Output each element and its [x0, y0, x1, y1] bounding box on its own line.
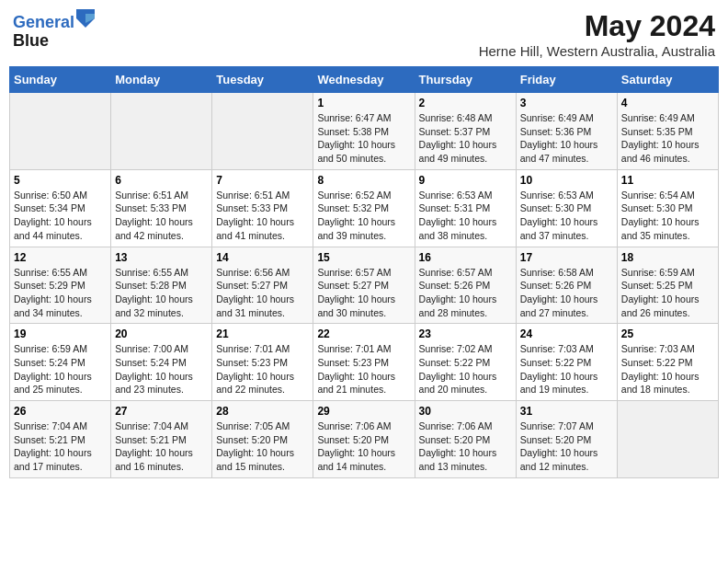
weekday-header-cell: Saturday	[617, 67, 718, 93]
day-info: Sunrise: 6:59 AM Sunset: 5:24 PM Dayligh…	[14, 342, 107, 396]
calendar-cell: 10 Sunrise: 6:53 AM Sunset: 5:30 PM Dayl…	[516, 169, 617, 247]
day-info: Sunrise: 7:06 AM Sunset: 5:20 PM Dayligh…	[317, 419, 410, 474]
day-number: 17	[520, 251, 613, 264]
day-info: Sunrise: 6:57 AM Sunset: 5:26 PM Dayligh…	[419, 266, 512, 320]
day-number: 4	[621, 97, 714, 109]
day-info: Sunrise: 6:56 AM Sunset: 5:27 PM Dayligh…	[216, 266, 309, 320]
calendar-cell: 14 Sunrise: 6:56 AM Sunset: 5:27 PM Dayl…	[212, 247, 313, 324]
day-info: Sunrise: 6:53 AM Sunset: 5:30 PM Dayligh…	[520, 189, 613, 243]
day-info: Sunrise: 7:07 AM Sunset: 5:20 PM Dayligh…	[520, 419, 613, 474]
day-number: 20	[115, 327, 208, 340]
day-number: 22	[317, 327, 410, 340]
calendar-cell: 16 Sunrise: 6:57 AM Sunset: 5:26 PM Dayl…	[415, 247, 516, 324]
day-info: Sunrise: 6:59 AM Sunset: 5:25 PM Dayligh…	[621, 266, 714, 320]
day-info: Sunrise: 6:54 AM Sunset: 5:30 PM Dayligh…	[621, 189, 714, 243]
calendar-cell: 8 Sunrise: 6:52 AM Sunset: 5:32 PM Dayli…	[313, 169, 415, 247]
calendar-cell: 15 Sunrise: 6:57 AM Sunset: 5:27 PM Dayl…	[313, 247, 415, 324]
calendar-cell: 23 Sunrise: 7:02 AM Sunset: 5:22 PM Dayl…	[415, 324, 516, 401]
calendar-cell: 30 Sunrise: 7:06 AM Sunset: 5:20 PM Dayl…	[415, 401, 516, 478]
calendar-week-row: 19 Sunrise: 6:59 AM Sunset: 5:24 PM Dayl…	[10, 324, 719, 401]
calendar-cell	[617, 401, 718, 478]
day-number: 21	[216, 327, 309, 340]
calendar-body: 1 Sunrise: 6:47 AM Sunset: 5:38 PM Dayli…	[10, 93, 719, 478]
weekday-header-cell: Thursday	[415, 67, 516, 93]
day-number: 24	[520, 327, 613, 340]
calendar-cell: 2 Sunrise: 6:48 AM Sunset: 5:37 PM Dayli…	[415, 93, 516, 170]
day-number: 7	[216, 174, 309, 187]
calendar-cell: 1 Sunrise: 6:47 AM Sunset: 5:38 PM Dayli…	[313, 93, 415, 170]
main-title: May 2024	[479, 9, 715, 43]
day-info: Sunrise: 6:49 AM Sunset: 5:35 PM Dayligh…	[621, 111, 714, 166]
day-info: Sunrise: 6:52 AM Sunset: 5:32 PM Dayligh…	[317, 189, 410, 243]
weekday-header-row: SundayMondayTuesdayWednesdayThursdayFrid…	[10, 67, 719, 93]
day-info: Sunrise: 6:57 AM Sunset: 5:27 PM Dayligh…	[317, 266, 410, 320]
day-info: Sunrise: 6:55 AM Sunset: 5:29 PM Dayligh…	[14, 266, 107, 320]
day-number: 26	[14, 405, 107, 418]
calendar-cell: 5 Sunrise: 6:50 AM Sunset: 5:34 PM Dayli…	[10, 169, 111, 247]
subtitle: Herne Hill, Western Australia, Australia	[479, 43, 715, 59]
calendar-cell: 26 Sunrise: 7:04 AM Sunset: 5:21 PM Dayl…	[10, 401, 111, 478]
calendar-cell: 22 Sunrise: 7:01 AM Sunset: 5:23 PM Dayl…	[313, 324, 415, 401]
calendar-cell: 19 Sunrise: 6:59 AM Sunset: 5:24 PM Dayl…	[10, 324, 111, 401]
day-info: Sunrise: 6:50 AM Sunset: 5:34 PM Dayligh…	[14, 189, 107, 243]
calendar-cell	[212, 93, 313, 170]
calendar-week-row: 1 Sunrise: 6:47 AM Sunset: 5:38 PM Dayli…	[10, 93, 719, 170]
calendar-cell: 21 Sunrise: 7:01 AM Sunset: 5:23 PM Dayl…	[212, 324, 313, 401]
calendar-cell: 6 Sunrise: 6:51 AM Sunset: 5:33 PM Dayli…	[111, 169, 212, 247]
page-header: GeneralBlue May 2024 Herne Hill, Western…	[9, 9, 719, 59]
day-number: 10	[520, 174, 613, 187]
day-info: Sunrise: 6:55 AM Sunset: 5:28 PM Dayligh…	[115, 266, 208, 320]
day-info: Sunrise: 7:01 AM Sunset: 5:23 PM Dayligh…	[317, 342, 410, 396]
day-number: 28	[216, 405, 309, 418]
day-info: Sunrise: 7:00 AM Sunset: 5:24 PM Dayligh…	[115, 342, 208, 396]
weekday-header-cell: Monday	[111, 67, 212, 93]
day-number: 8	[317, 174, 410, 187]
day-info: Sunrise: 7:03 AM Sunset: 5:22 PM Dayligh…	[621, 342, 714, 396]
calendar-week-row: 12 Sunrise: 6:55 AM Sunset: 5:29 PM Dayl…	[10, 247, 719, 324]
calendar-cell: 28 Sunrise: 7:05 AM Sunset: 5:20 PM Dayl…	[212, 401, 313, 478]
day-number: 12	[14, 251, 107, 264]
calendar-cell: 12 Sunrise: 6:55 AM Sunset: 5:29 PM Dayl…	[10, 247, 111, 324]
calendar-cell: 29 Sunrise: 7:06 AM Sunset: 5:20 PM Dayl…	[313, 401, 415, 478]
calendar-cell: 3 Sunrise: 6:49 AM Sunset: 5:36 PM Dayli…	[516, 93, 617, 170]
day-number: 19	[14, 327, 107, 340]
calendar-cell: 25 Sunrise: 7:03 AM Sunset: 5:22 PM Dayl…	[617, 324, 718, 401]
day-info: Sunrise: 6:49 AM Sunset: 5:36 PM Dayligh…	[520, 111, 613, 166]
day-number: 3	[520, 97, 613, 109]
calendar-week-row: 26 Sunrise: 7:04 AM Sunset: 5:21 PM Dayl…	[10, 401, 719, 478]
day-info: Sunrise: 6:47 AM Sunset: 5:38 PM Dayligh…	[317, 111, 410, 166]
day-number: 23	[419, 327, 512, 340]
logo-icon	[76, 9, 95, 28]
calendar-cell: 17 Sunrise: 6:58 AM Sunset: 5:26 PM Dayl…	[516, 247, 617, 324]
calendar-cell: 13 Sunrise: 6:55 AM Sunset: 5:28 PM Dayl…	[111, 247, 212, 324]
day-number: 5	[14, 174, 107, 187]
day-number: 16	[419, 251, 512, 264]
calendar-cell: 9 Sunrise: 6:53 AM Sunset: 5:31 PM Dayli…	[415, 169, 516, 247]
day-number: 13	[115, 251, 208, 264]
calendar-cell: 4 Sunrise: 6:49 AM Sunset: 5:35 PM Dayli…	[617, 93, 718, 170]
calendar-week-row: 5 Sunrise: 6:50 AM Sunset: 5:34 PM Dayli…	[10, 169, 719, 247]
day-info: Sunrise: 6:48 AM Sunset: 5:37 PM Dayligh…	[419, 111, 512, 166]
logo: GeneralBlue	[13, 9, 95, 51]
day-number: 6	[115, 174, 208, 187]
calendar-cell: 31 Sunrise: 7:07 AM Sunset: 5:20 PM Dayl…	[516, 401, 617, 478]
day-number: 30	[419, 405, 512, 418]
day-info: Sunrise: 7:02 AM Sunset: 5:22 PM Dayligh…	[419, 342, 512, 396]
day-number: 18	[621, 251, 714, 264]
logo-text: GeneralBlue	[13, 9, 95, 51]
calendar-cell	[10, 93, 111, 170]
day-number: 15	[317, 251, 410, 264]
title-block: May 2024 Herne Hill, Western Australia, …	[479, 9, 715, 59]
calendar-cell: 27 Sunrise: 7:04 AM Sunset: 5:21 PM Dayl…	[111, 401, 212, 478]
day-info: Sunrise: 6:53 AM Sunset: 5:31 PM Dayligh…	[419, 189, 512, 243]
day-info: Sunrise: 6:58 AM Sunset: 5:26 PM Dayligh…	[520, 266, 613, 320]
calendar-table: SundayMondayTuesdayWednesdayThursdayFrid…	[9, 66, 719, 478]
calendar-cell: 7 Sunrise: 6:51 AM Sunset: 5:33 PM Dayli…	[212, 169, 313, 247]
day-number: 31	[520, 405, 613, 418]
calendar-cell: 24 Sunrise: 7:03 AM Sunset: 5:22 PM Dayl…	[516, 324, 617, 401]
day-info: Sunrise: 6:51 AM Sunset: 5:33 PM Dayligh…	[216, 189, 309, 243]
day-info: Sunrise: 7:03 AM Sunset: 5:22 PM Dayligh…	[520, 342, 613, 396]
day-number: 29	[317, 405, 410, 418]
day-info: Sunrise: 7:06 AM Sunset: 5:20 PM Dayligh…	[419, 419, 512, 474]
weekday-header-cell: Wednesday	[313, 67, 415, 93]
